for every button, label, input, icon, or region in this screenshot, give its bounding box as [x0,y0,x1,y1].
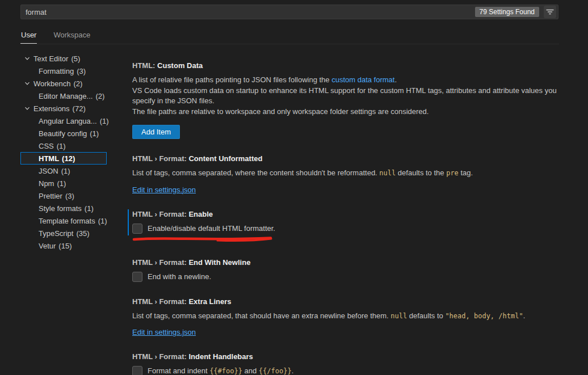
setting-description: List of tags, comma separated, that shou… [132,311,561,322]
description-text: List of tags, comma separated, where the… [132,168,379,177]
red-marker-annotation [132,235,561,243]
edit-in-settings-json-link[interactable]: Edit in settings.json [132,186,196,195]
setting-category: HTML › Format: [132,210,188,218]
tree-item-workbench[interactable]: Workbench(2) [20,77,107,90]
results-count-badge: 79 Settings Found [475,7,539,17]
setting-name: Content Unformatted [188,154,262,163]
tree-item-label: Style formats [39,204,82,213]
tree-item-count: (1) [98,217,107,225]
setting-category: HTML › Format: [132,258,188,267]
tree-item-label: Npm [39,179,54,188]
modified-indicator [128,209,129,235]
tree-item-style-formats[interactable]: Style formats(1) [20,202,107,214]
add-item-button[interactable]: Add Item [132,125,180,139]
description-text: defaults to the [396,168,446,177]
code-span: {{#foo}} [209,367,242,375]
tree-item-label: Prettier [39,192,62,200]
tree-item-editor-manage[interactable]: Editor Manage...(2) [20,90,107,102]
settings-tree: Text Editor(5)Formatting(3)Workbench(2)E… [20,52,107,252]
description-text: defaults to [407,311,445,320]
tree-item-label: Text Editor [33,54,68,63]
settings-search-bar: 79 Settings Found [20,5,558,19]
tree-item-css[interactable]: CSS(1) [20,140,107,152]
tree-item-prettier[interactable]: Prettier(3) [20,189,107,202]
tree-item-typescript[interactable]: TypeScript(35) [20,227,107,239]
setting-name: Enable [188,210,213,218]
setting-description: List of tags, comma separated, where the… [132,168,561,179]
tab-user[interactable]: User [20,27,37,44]
description-text: End with a newline. [148,272,211,281]
checkbox-indent-handlebars[interactable] [132,366,142,375]
tree-item-text-editor[interactable]: Text Editor(5) [20,52,107,65]
tree-item-count: (5) [71,54,80,63]
setting-title: HTML › Format: Extra Liners [132,297,561,307]
edit-in-settings-json-link[interactable]: Edit in settings.json [132,328,196,337]
tree-item-count: (72) [73,104,86,113]
checkbox-label: End with a newline. [148,272,211,282]
setting-end-with-newline: HTML › Format: End With NewlineEnd with … [132,258,561,282]
tree-item-extensions[interactable]: Extensions(72) [20,102,107,115]
setting-title: HTML › Format: Indent Handlebars [132,352,561,362]
checkbox-row: Format and indent {{#foo}} and {{/foo}}. [132,366,561,375]
checkbox-row: Enable/disable default HTML formatter. [132,224,561,234]
tree-item-label: HTML [39,154,59,163]
code-span: pre [446,169,459,177]
settings-list: HTML: Custom DataA list of relative file… [132,61,561,375]
description-text: and [242,366,259,375]
search-input[interactable] [21,5,475,19]
tree-item-count: (1) [85,204,94,213]
code-span: "head, body, /html" [445,312,523,320]
description-text: . [394,75,397,84]
chevron-down-icon [24,105,32,112]
setting-title: HTML › Format: End With Newline [132,258,561,268]
tree-item-label: CSS [39,142,54,150]
setting-category: HTML › Format: [132,154,188,163]
tree-item-label: Editor Manage... [39,92,93,100]
checkbox-label: Format and indent {{#foo}} and {{/foo}}. [148,366,293,375]
tree-item-formatting[interactable]: Formatting(3) [20,65,107,77]
tab-workspace[interactable]: Workspace [53,27,91,44]
settings-scope-tabs: User Workspace [20,27,559,44]
tree-item-count: (2) [74,79,83,88]
checkbox-end-with-newline[interactable] [132,272,142,282]
tree-item-npm[interactable]: Npm(1) [20,177,107,189]
tree-item-json[interactable]: JSON(1) [20,165,107,177]
tree-item-label: Workbench [33,79,71,88]
tree-item-count: (1) [61,167,70,175]
tree-item-html[interactable]: HTML(12) [20,152,107,165]
setting-category: HTML › Format: [132,297,188,306]
tree-item-angular-langua[interactable]: Angular Langua...(1) [20,115,107,127]
setting-custom-data: HTML: Custom DataA list of relative file… [132,61,561,139]
tree-item-template-formats[interactable]: Template formats(1) [20,214,107,227]
filter-icon [545,7,555,16]
tree-item-count: (3) [77,67,86,75]
tree-item-count: (1) [100,117,109,125]
setting-category: HTML › Format: [132,352,188,361]
description-text: . [292,366,294,375]
setting-title: HTML: Custom Data [132,61,561,71]
description-text: Format and indent [148,366,209,375]
checkbox-enable[interactable] [132,224,142,234]
checkbox-row: End with a newline. [132,272,561,282]
description-link[interactable]: custom data format [331,75,394,84]
tree-item-count: (15) [58,242,72,250]
description-text: VS Code loads custom data on startup to … [132,86,557,106]
setting-indent-handlebars: HTML › Format: Indent HandlebarsFormat a… [132,352,561,375]
tree-item-count: (12) [62,154,75,163]
tree-item-beautify-config[interactable]: Beautify config(1) [20,127,107,140]
description-text: Enable/disable default HTML formatter. [148,224,275,233]
tree-item-count: (1) [57,142,66,150]
description-text: A list of relative file paths pointing t… [132,75,331,84]
setting-name: Indent Handlebars [188,352,253,361]
tree-item-count: (3) [65,192,74,200]
tree-item-vetur[interactable]: Vetur(15) [20,239,107,252]
vscode-settings-editor: 79 Settings Found User Workspace Text Ed… [0,0,588,375]
filter-button[interactable] [544,6,556,18]
chevron-down-icon [24,55,32,62]
tree-item-label: Beautify config [39,129,87,138]
tree-item-label: JSON [39,167,58,175]
setting-content-unformatted: HTML › Format: Content UnformattedList o… [132,154,561,195]
code-span: null [390,312,407,320]
code-span: {{/foo}} [259,367,292,375]
checkbox-label: Enable/disable default HTML formatter. [148,224,275,234]
